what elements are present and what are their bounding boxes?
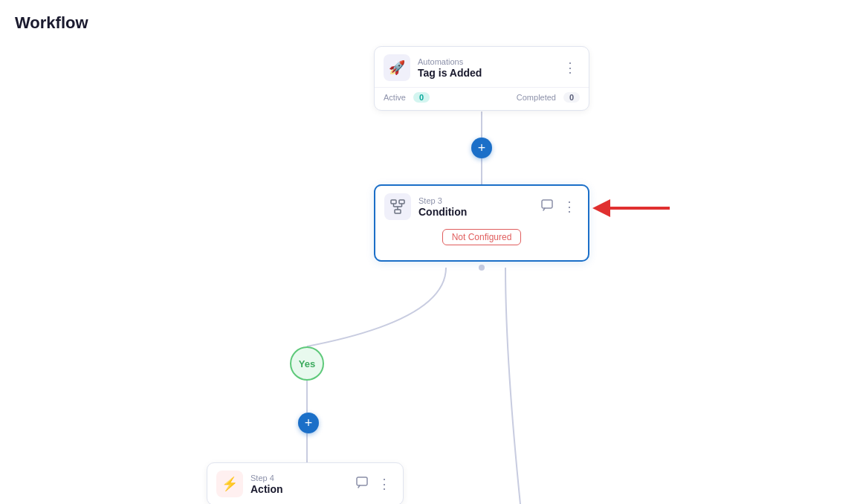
page-title: Workflow <box>15 13 88 33</box>
svg-point-4 <box>479 265 485 271</box>
condition-header-actions: ⋮ <box>539 197 579 216</box>
step4-menu-button[interactable]: ⋮ <box>375 476 394 492</box>
step4-step-label: Step 4 <box>250 474 346 482</box>
trigger-card: 🚀 Automations Tag is Added ⋮ Active 0 Co… <box>374 46 589 111</box>
trigger-icon: 🚀 <box>384 54 410 81</box>
condition-card: Step 3 Condition ⋮ Not Configured <box>374 184 589 262</box>
condition-card-body: Not Configured <box>375 223 588 260</box>
condition-step-label: Step 3 <box>418 196 467 205</box>
trigger-labels: Automations Tag is Added <box>418 57 482 79</box>
condition-menu-button[interactable]: ⋮ <box>560 198 579 215</box>
condition-title-group: Step 3 Condition <box>384 193 467 220</box>
svg-rect-5 <box>391 200 396 204</box>
trigger-card-footer: Active 0 Completed 0 <box>375 87 589 110</box>
yes-branch-circle: Yes <box>290 346 324 381</box>
active-label: Active <box>384 93 406 102</box>
condition-comment-button[interactable] <box>539 197 555 216</box>
svg-rect-14 <box>357 477 367 485</box>
condition-title: Condition <box>418 206 467 218</box>
completed-count: 0 <box>563 92 580 103</box>
trigger-title-group: 🚀 Automations Tag is Added <box>384 54 482 81</box>
step4-card: ⚡ Step 4 Action ⋮ <box>207 462 404 504</box>
step4-icon: ⚡ <box>216 471 243 497</box>
trigger-menu-button[interactable]: ⋮ <box>560 59 580 76</box>
trigger-label-main: Tag is Added <box>418 67 482 79</box>
not-configured-badge: Not Configured <box>442 229 522 245</box>
add-step-button-1[interactable]: + <box>471 138 492 158</box>
arrow-head <box>592 199 610 217</box>
step4-labels: Step 4 Action <box>250 474 346 495</box>
trigger-card-header: 🚀 Automations Tag is Added ⋮ <box>375 47 589 84</box>
svg-rect-13 <box>542 200 552 208</box>
step4-header-actions: ⋮ <box>354 474 394 494</box>
condition-icon <box>384 193 411 220</box>
condition-card-header: Step 3 Condition ⋮ <box>375 186 588 223</box>
trigger-label-small: Automations <box>418 57 482 66</box>
svg-rect-7 <box>395 210 401 213</box>
svg-rect-6 <box>399 200 404 204</box>
step4-comment-button[interactable] <box>354 474 370 494</box>
step4-title: Action <box>250 483 346 495</box>
completed-label: Completed <box>517 93 556 102</box>
active-count: 0 <box>413 92 430 103</box>
add-step-button-2[interactable]: + <box>298 413 319 433</box>
red-arrow-indicator <box>593 199 670 217</box>
condition-labels: Step 3 Condition <box>418 196 467 218</box>
arrow-line <box>610 207 670 210</box>
